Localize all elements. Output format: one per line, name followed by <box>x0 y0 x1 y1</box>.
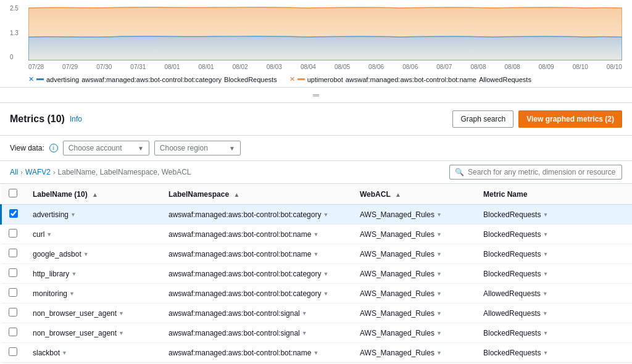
metric-dropdown-arrow-7: ▼ <box>543 350 548 356</box>
chart-area: 2.5 1.3 0 <box>10 5 622 73</box>
row-checkbox-7[interactable] <box>9 347 17 356</box>
y-label-mid: 1.3 <box>10 30 28 36</box>
row-checkbox-cell[interactable] <box>1 205 26 225</box>
row-checkbox-2[interactable] <box>9 249 17 257</box>
view-graphed-button[interactable]: View graphed metrics (2) <box>518 110 622 128</box>
legend-remove-advertising[interactable]: ✕ <box>28 75 34 83</box>
breadcrumb-sep-2: › <box>53 168 56 176</box>
webacl-dropdown-0[interactable]: AWS_Managed_Rules ▼ <box>360 210 442 219</box>
row-checkbox-cell[interactable] <box>1 343 26 363</box>
label-name-dropdown-4[interactable]: monitoring ▼ <box>33 289 75 298</box>
row-webacl-1: AWS_Managed_Rules ▼ <box>352 225 476 244</box>
row-checkbox-5[interactable] <box>9 308 17 316</box>
metric-dropdown-3[interactable]: BlockedRequests ▼ <box>483 270 548 278</box>
account-arrow-icon: ▼ <box>138 145 144 152</box>
header-webacl-text: WebACL <box>360 190 391 199</box>
row-checkbox-cell[interactable] <box>1 304 26 323</box>
breadcrumb-sep-1: › <box>20 168 23 176</box>
label-name-dropdown-7[interactable]: slackbot ▼ <box>33 349 67 357</box>
metrics-info-link[interactable]: Info <box>70 115 82 123</box>
legend-metric-uptimerobot: AllowedRequests <box>479 76 531 83</box>
metrics-actions: Graph search View graphed metrics (2) <box>452 110 622 128</box>
header-label-name[interactable]: LabelName (10) ▲ <box>25 184 161 205</box>
label-name-dropdown-5[interactable]: non_browser_user_agent ▼ <box>33 309 124 318</box>
webacl-dropdown-7[interactable]: AWS_Managed_Rules ▼ <box>360 349 442 357</box>
metric-dropdown-0[interactable]: BlockedRequests ▼ <box>483 210 548 219</box>
label-dropdown-arrow-1: ▼ <box>46 231 52 238</box>
breadcrumb-all[interactable]: All <box>10 168 18 176</box>
row-label-name-5: non_browser_user_agent ▼ <box>25 304 161 323</box>
row-checkbox-cell[interactable] <box>1 264 26 284</box>
row-label-name-4: monitoring ▼ <box>25 284 161 304</box>
metrics-title-row: Metrics (10) Info <box>10 114 82 125</box>
table-row: http_library ▼ awswaf:managed:aws:bot-co… <box>1 264 633 284</box>
label-name-dropdown-0[interactable]: advertising ▼ <box>33 210 76 219</box>
label-name-dropdown-6[interactable]: non_browser_user_agent ▼ <box>33 329 124 337</box>
header-webacl[interactable]: WebACL ▲ <box>352 184 476 205</box>
metric-dropdown-4[interactable]: AllowedRequests ▼ <box>483 289 548 298</box>
namespace-dropdown-arrow-3: ▼ <box>323 271 328 277</box>
webacl-dropdown-3[interactable]: AWS_Managed_Rules ▼ <box>360 270 442 278</box>
row-namespace-7: awswaf:managed:aws:bot-control:bot:name … <box>161 343 352 363</box>
table-row: advertising ▼ awswaf:managed:aws:bot-con… <box>1 205 633 225</box>
header-metric-name-text: Metric Name <box>483 190 527 199</box>
namespace-dropdown-6[interactable]: awswaf:managed:aws:bot-control:signal ▼ <box>168 329 307 337</box>
header-checkbox-cell[interactable] <box>1 184 26 205</box>
namespace-dropdown-7[interactable]: awswaf:managed:aws:bot-control:bot:name … <box>168 349 318 357</box>
legend-remove-uptimerobot[interactable]: ✕ <box>289 75 295 83</box>
row-checkbox-0[interactable] <box>9 209 18 218</box>
view-data-info-icon[interactable]: i <box>49 144 58 152</box>
view-data-row: View data: i Choose account ▼ Choose reg… <box>0 136 632 161</box>
row-checkbox-1[interactable] <box>9 229 17 238</box>
header-label-namespace[interactable]: LabelNamespace ▲ <box>161 184 352 205</box>
row-checkbox-cell[interactable] <box>1 225 26 244</box>
row-metric-2: BlockedRequests ▼ <box>476 244 632 264</box>
table-row: slackbot ▼ awswaf:managed:aws:bot-contro… <box>1 343 633 363</box>
metric-dropdown-2[interactable]: BlockedRequests ▼ <box>483 250 548 259</box>
drag-handle[interactable]: ═ <box>0 88 632 103</box>
metric-dropdown-1[interactable]: BlockedRequests ▼ <box>483 230 548 239</box>
row-checkbox-6[interactable] <box>9 328 17 336</box>
row-metric-5: AllowedRequests ▼ <box>476 304 632 323</box>
webacl-dropdown-4[interactable]: AWS_Managed_Rules ▼ <box>360 289 442 298</box>
row-webacl-3: AWS_Managed_Rules ▼ <box>352 264 476 284</box>
label-name-dropdown-3[interactable]: http_library ▼ <box>33 270 77 278</box>
legend-color-advertising <box>36 78 44 80</box>
row-checkbox-cell[interactable] <box>1 323 26 343</box>
metric-dropdown-7[interactable]: BlockedRequests ▼ <box>483 349 548 357</box>
metric-dropdown-arrow-4: ▼ <box>543 291 548 297</box>
header-metric-name[interactable]: Metric Name <box>476 184 632 205</box>
region-select[interactable]: Choose region ▼ <box>154 141 241 155</box>
row-checkbox-4[interactable] <box>9 288 17 297</box>
select-all-checkbox[interactable] <box>9 189 17 197</box>
breadcrumb-wafv2[interactable]: WAFV2 <box>25 168 51 176</box>
row-namespace-0: awswaf:managed:aws:bot-control:bot:categ… <box>161 205 352 225</box>
namespace-dropdown-1[interactable]: awswaf:managed:aws:bot-control:bot:name … <box>168 230 318 239</box>
namespace-dropdown-0[interactable]: awswaf:managed:aws:bot-control:bot:categ… <box>168 210 328 219</box>
metric-dropdown-5[interactable]: AllowedRequests ▼ <box>483 309 548 318</box>
graph-search-button[interactable]: Graph search <box>452 110 514 128</box>
row-checkbox-cell[interactable] <box>1 244 26 264</box>
row-namespace-6: awswaf:managed:aws:bot-control:signal ▼ <box>161 323 352 343</box>
webacl-dropdown-6[interactable]: AWS_Managed_Rules ▼ <box>360 329 442 337</box>
namespace-dropdown-5[interactable]: awswaf:managed:aws:bot-control:signal ▼ <box>168 309 307 318</box>
breadcrumb-row: All › WAFV2 › LabelName, LabelNamespace,… <box>0 161 632 184</box>
metric-dropdown-6[interactable]: BlockedRequests ▼ <box>483 329 548 337</box>
webacl-dropdown-2[interactable]: AWS_Managed_Rules ▼ <box>360 250 442 259</box>
metric-search-input[interactable] <box>468 168 617 176</box>
namespace-dropdown-2[interactable]: awswaf:managed:aws:bot-control:bot:name … <box>168 250 318 259</box>
label-name-dropdown-1[interactable]: curl ▼ <box>33 230 52 239</box>
row-checkbox-cell[interactable] <box>1 284 26 304</box>
metric-search-box[interactable]: 🔍 <box>449 165 622 180</box>
account-select[interactable]: Choose account ▼ <box>63 141 149 155</box>
label-name-dropdown-2[interactable]: google_adsbot ▼ <box>33 250 89 259</box>
webacl-dropdown-1[interactable]: AWS_Managed_Rules ▼ <box>360 230 442 239</box>
sort-webacl-icon: ▲ <box>395 191 401 198</box>
row-checkbox-3[interactable] <box>9 268 17 277</box>
webacl-dropdown-5[interactable]: AWS_Managed_Rules ▼ <box>360 309 442 318</box>
header-label-name-text: LabelName (10) <box>33 190 88 199</box>
namespace-dropdown-4[interactable]: awswaf:managed:aws:bot-control:bot:categ… <box>168 289 328 298</box>
legend-item-uptimerobot: ✕ uptimerobot awswaf:managed:aws:bot-con… <box>289 75 531 83</box>
webacl-dropdown-arrow-1: ▼ <box>436 231 442 238</box>
namespace-dropdown-3[interactable]: awswaf:managed:aws:bot-control:bot:categ… <box>168 270 328 278</box>
